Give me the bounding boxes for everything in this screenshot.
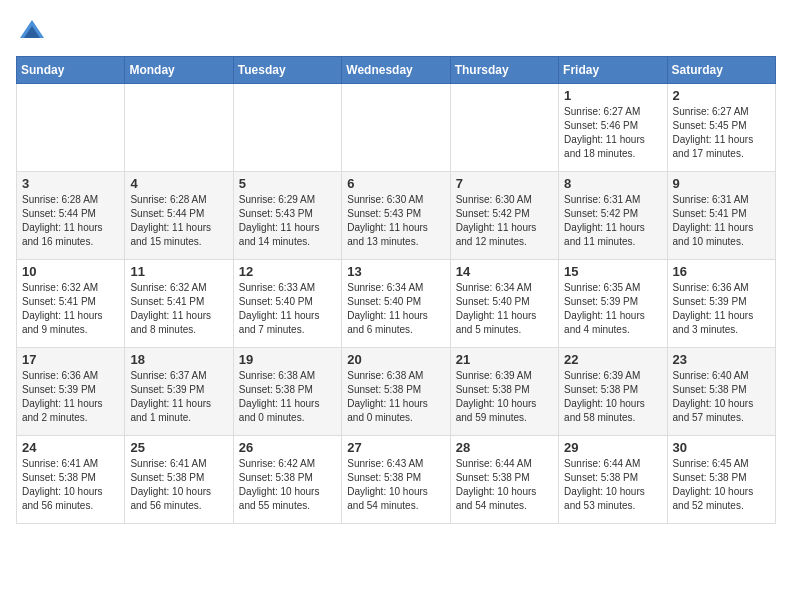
day-number: 16 <box>673 264 770 279</box>
day-number: 13 <box>347 264 444 279</box>
day-info: Sunrise: 6:37 AM Sunset: 5:39 PM Dayligh… <box>130 369 227 425</box>
day-info: Sunrise: 6:27 AM Sunset: 5:45 PM Dayligh… <box>673 105 770 161</box>
day-number: 23 <box>673 352 770 367</box>
calendar-cell: 29Sunrise: 6:44 AM Sunset: 5:38 PM Dayli… <box>559 436 667 524</box>
day-number: 19 <box>239 352 336 367</box>
day-number: 29 <box>564 440 661 455</box>
day-info: Sunrise: 6:42 AM Sunset: 5:38 PM Dayligh… <box>239 457 336 513</box>
calendar-cell: 1Sunrise: 6:27 AM Sunset: 5:46 PM Daylig… <box>559 84 667 172</box>
day-number: 6 <box>347 176 444 191</box>
calendar-cell: 23Sunrise: 6:40 AM Sunset: 5:38 PM Dayli… <box>667 348 775 436</box>
day-number: 12 <box>239 264 336 279</box>
day-info: Sunrise: 6:40 AM Sunset: 5:38 PM Dayligh… <box>673 369 770 425</box>
calendar-week-row: 1Sunrise: 6:27 AM Sunset: 5:46 PM Daylig… <box>17 84 776 172</box>
calendar-cell: 28Sunrise: 6:44 AM Sunset: 5:38 PM Dayli… <box>450 436 558 524</box>
day-info: Sunrise: 6:38 AM Sunset: 5:38 PM Dayligh… <box>347 369 444 425</box>
day-info: Sunrise: 6:32 AM Sunset: 5:41 PM Dayligh… <box>130 281 227 337</box>
calendar-cell: 8Sunrise: 6:31 AM Sunset: 5:42 PM Daylig… <box>559 172 667 260</box>
day-info: Sunrise: 6:33 AM Sunset: 5:40 PM Dayligh… <box>239 281 336 337</box>
day-number: 24 <box>22 440 119 455</box>
calendar-cell <box>450 84 558 172</box>
calendar-cell: 15Sunrise: 6:35 AM Sunset: 5:39 PM Dayli… <box>559 260 667 348</box>
calendar-cell: 25Sunrise: 6:41 AM Sunset: 5:38 PM Dayli… <box>125 436 233 524</box>
day-number: 27 <box>347 440 444 455</box>
calendar-cell <box>233 84 341 172</box>
calendar-cell: 9Sunrise: 6:31 AM Sunset: 5:41 PM Daylig… <box>667 172 775 260</box>
calendar-week-row: 17Sunrise: 6:36 AM Sunset: 5:39 PM Dayli… <box>17 348 776 436</box>
calendar-cell: 4Sunrise: 6:28 AM Sunset: 5:44 PM Daylig… <box>125 172 233 260</box>
calendar-cell: 6Sunrise: 6:30 AM Sunset: 5:43 PM Daylig… <box>342 172 450 260</box>
calendar-cell <box>342 84 450 172</box>
calendar-cell: 2Sunrise: 6:27 AM Sunset: 5:45 PM Daylig… <box>667 84 775 172</box>
day-number: 8 <box>564 176 661 191</box>
day-number: 10 <box>22 264 119 279</box>
calendar-cell: 5Sunrise: 6:29 AM Sunset: 5:43 PM Daylig… <box>233 172 341 260</box>
day-info: Sunrise: 6:29 AM Sunset: 5:43 PM Dayligh… <box>239 193 336 249</box>
day-number: 9 <box>673 176 770 191</box>
day-of-week-header: Saturday <box>667 57 775 84</box>
day-of-week-header: Monday <box>125 57 233 84</box>
calendar-cell: 16Sunrise: 6:36 AM Sunset: 5:39 PM Dayli… <box>667 260 775 348</box>
day-number: 22 <box>564 352 661 367</box>
day-number: 11 <box>130 264 227 279</box>
calendar-cell: 13Sunrise: 6:34 AM Sunset: 5:40 PM Dayli… <box>342 260 450 348</box>
calendar-cell: 18Sunrise: 6:37 AM Sunset: 5:39 PM Dayli… <box>125 348 233 436</box>
day-number: 20 <box>347 352 444 367</box>
calendar-cell: 24Sunrise: 6:41 AM Sunset: 5:38 PM Dayli… <box>17 436 125 524</box>
calendar-header-row: SundayMondayTuesdayWednesdayThursdayFrid… <box>17 57 776 84</box>
day-number: 7 <box>456 176 553 191</box>
day-info: Sunrise: 6:45 AM Sunset: 5:38 PM Dayligh… <box>673 457 770 513</box>
day-of-week-header: Sunday <box>17 57 125 84</box>
calendar-cell: 14Sunrise: 6:34 AM Sunset: 5:40 PM Dayli… <box>450 260 558 348</box>
calendar-cell: 19Sunrise: 6:38 AM Sunset: 5:38 PM Dayli… <box>233 348 341 436</box>
day-number: 14 <box>456 264 553 279</box>
day-info: Sunrise: 6:27 AM Sunset: 5:46 PM Dayligh… <box>564 105 661 161</box>
day-info: Sunrise: 6:34 AM Sunset: 5:40 PM Dayligh… <box>456 281 553 337</box>
day-number: 1 <box>564 88 661 103</box>
calendar-cell: 11Sunrise: 6:32 AM Sunset: 5:41 PM Dayli… <box>125 260 233 348</box>
day-info: Sunrise: 6:36 AM Sunset: 5:39 PM Dayligh… <box>673 281 770 337</box>
calendar-cell: 17Sunrise: 6:36 AM Sunset: 5:39 PM Dayli… <box>17 348 125 436</box>
day-info: Sunrise: 6:28 AM Sunset: 5:44 PM Dayligh… <box>22 193 119 249</box>
calendar-cell: 20Sunrise: 6:38 AM Sunset: 5:38 PM Dayli… <box>342 348 450 436</box>
day-info: Sunrise: 6:28 AM Sunset: 5:44 PM Dayligh… <box>130 193 227 249</box>
day-info: Sunrise: 6:30 AM Sunset: 5:42 PM Dayligh… <box>456 193 553 249</box>
day-number: 21 <box>456 352 553 367</box>
page-header <box>16 16 776 44</box>
day-info: Sunrise: 6:38 AM Sunset: 5:38 PM Dayligh… <box>239 369 336 425</box>
day-of-week-header: Tuesday <box>233 57 341 84</box>
calendar-cell <box>17 84 125 172</box>
calendar-cell: 12Sunrise: 6:33 AM Sunset: 5:40 PM Dayli… <box>233 260 341 348</box>
calendar-week-row: 24Sunrise: 6:41 AM Sunset: 5:38 PM Dayli… <box>17 436 776 524</box>
day-info: Sunrise: 6:41 AM Sunset: 5:38 PM Dayligh… <box>130 457 227 513</box>
day-info: Sunrise: 6:44 AM Sunset: 5:38 PM Dayligh… <box>564 457 661 513</box>
calendar-cell: 21Sunrise: 6:39 AM Sunset: 5:38 PM Dayli… <box>450 348 558 436</box>
calendar-week-row: 3Sunrise: 6:28 AM Sunset: 5:44 PM Daylig… <box>17 172 776 260</box>
day-info: Sunrise: 6:31 AM Sunset: 5:41 PM Dayligh… <box>673 193 770 249</box>
calendar-week-row: 10Sunrise: 6:32 AM Sunset: 5:41 PM Dayli… <box>17 260 776 348</box>
day-number: 4 <box>130 176 227 191</box>
day-info: Sunrise: 6:39 AM Sunset: 5:38 PM Dayligh… <box>456 369 553 425</box>
logo-icon <box>18 16 46 44</box>
day-info: Sunrise: 6:35 AM Sunset: 5:39 PM Dayligh… <box>564 281 661 337</box>
day-number: 17 <box>22 352 119 367</box>
day-info: Sunrise: 6:41 AM Sunset: 5:38 PM Dayligh… <box>22 457 119 513</box>
day-number: 5 <box>239 176 336 191</box>
day-info: Sunrise: 6:31 AM Sunset: 5:42 PM Dayligh… <box>564 193 661 249</box>
day-info: Sunrise: 6:44 AM Sunset: 5:38 PM Dayligh… <box>456 457 553 513</box>
day-info: Sunrise: 6:32 AM Sunset: 5:41 PM Dayligh… <box>22 281 119 337</box>
day-of-week-header: Friday <box>559 57 667 84</box>
day-info: Sunrise: 6:39 AM Sunset: 5:38 PM Dayligh… <box>564 369 661 425</box>
day-number: 30 <box>673 440 770 455</box>
day-number: 2 <box>673 88 770 103</box>
day-info: Sunrise: 6:43 AM Sunset: 5:38 PM Dayligh… <box>347 457 444 513</box>
calendar-cell: 30Sunrise: 6:45 AM Sunset: 5:38 PM Dayli… <box>667 436 775 524</box>
calendar-cell: 27Sunrise: 6:43 AM Sunset: 5:38 PM Dayli… <box>342 436 450 524</box>
day-info: Sunrise: 6:36 AM Sunset: 5:39 PM Dayligh… <box>22 369 119 425</box>
day-number: 28 <box>456 440 553 455</box>
calendar-cell: 3Sunrise: 6:28 AM Sunset: 5:44 PM Daylig… <box>17 172 125 260</box>
day-number: 25 <box>130 440 227 455</box>
day-number: 18 <box>130 352 227 367</box>
day-info: Sunrise: 6:34 AM Sunset: 5:40 PM Dayligh… <box>347 281 444 337</box>
calendar-cell: 7Sunrise: 6:30 AM Sunset: 5:42 PM Daylig… <box>450 172 558 260</box>
